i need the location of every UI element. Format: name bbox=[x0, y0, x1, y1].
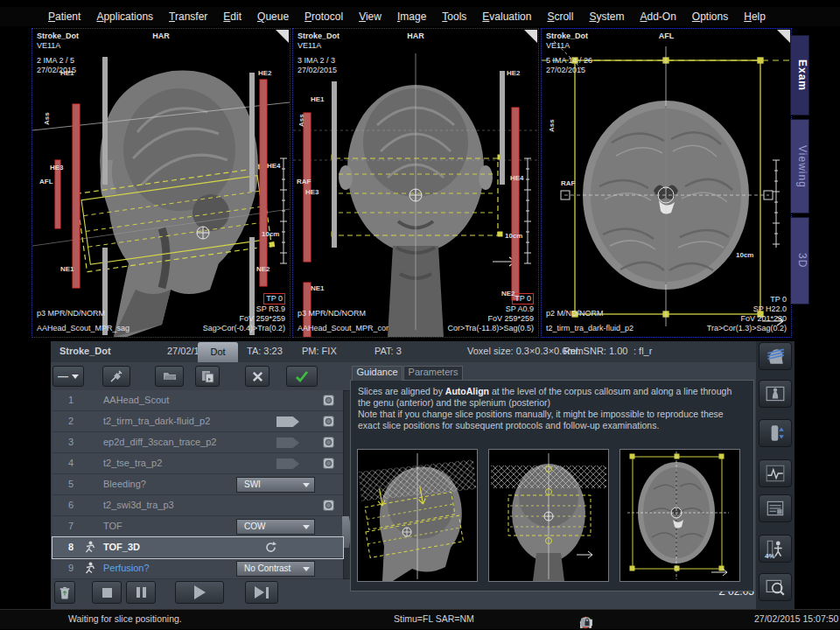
scale-label: 10cm bbox=[262, 230, 279, 238]
inline-display-button[interactable] bbox=[759, 573, 792, 601]
menu-edit[interactable]: Edit bbox=[215, 10, 249, 23]
orientation-label: HAR bbox=[32, 32, 290, 41]
cancel-button[interactable] bbox=[245, 366, 270, 387]
panel-footer-right: TP 0 SP R3.9 FoV 259*259 Sag>Cor(-0.4)>T… bbox=[203, 293, 285, 333]
copy-reference-icon[interactable] bbox=[323, 437, 334, 448]
decision-dropdown[interactable]: No Contrast bbox=[236, 561, 315, 577]
queue-row-number: 3 bbox=[68, 437, 74, 447]
queue-row-7[interactable]: 7TOFCOW bbox=[52, 516, 343, 537]
stop-icon bbox=[102, 588, 112, 598]
software-version: VE11A bbox=[37, 41, 79, 51]
copy-reference-icon[interactable] bbox=[323, 395, 334, 406]
patient-view-button[interactable] bbox=[759, 380, 792, 408]
tab-exam[interactable]: Exam bbox=[790, 35, 809, 116]
copy-reference-icon[interactable] bbox=[323, 500, 334, 511]
panel-footer-right: TP 0 SP A0.9 FoV 259*259 Cor>Tra(-11.8)>… bbox=[447, 293, 534, 333]
status-bar: Waiting for slice positioning. Stimu=FL … bbox=[0, 609, 840, 629]
queue-row-1[interactable]: 1AAHead_Scout bbox=[52, 390, 343, 411]
protocol-name: t2_swi3d_tra_p3 bbox=[103, 500, 174, 510]
menu-scroll[interactable]: Scroll bbox=[539, 10, 581, 23]
menu-help[interactable]: Help bbox=[736, 10, 774, 23]
protocol-name: t2_tirm_tra_dark-fluid_p2 bbox=[103, 416, 210, 426]
menu-image[interactable]: Image bbox=[389, 10, 434, 23]
dropdown-value: COW bbox=[244, 522, 265, 531]
copy-reference-button[interactable] bbox=[195, 366, 220, 387]
queue-mode-combo[interactable]: — bbox=[52, 366, 84, 387]
menu-queue[interactable]: Queue bbox=[249, 10, 297, 23]
open-protocol-button[interactable] bbox=[155, 366, 184, 387]
menu-patient[interactable]: Patient bbox=[40, 10, 88, 23]
menu-bar: PatientApplicationsTransferEditQueueProt… bbox=[0, 7, 840, 26]
tab-dot[interactable]: Dot bbox=[198, 342, 238, 362]
coil-hint: : fl_r bbox=[634, 346, 652, 356]
menu-add-on[interactable]: Add-On bbox=[632, 10, 683, 23]
skip-icon bbox=[255, 586, 269, 598]
copy-reference-icon[interactable] bbox=[323, 458, 334, 469]
tab-parameters[interactable]: Parameters bbox=[403, 366, 463, 381]
sar-monitor-button[interactable]: 4% bbox=[759, 535, 792, 563]
ta-value: TA: 3:23 bbox=[247, 346, 283, 356]
copy-reference-icon[interactable] bbox=[323, 416, 334, 427]
queue-row-number: 2 bbox=[68, 416, 74, 426]
protocol-name: Bleeding? bbox=[103, 479, 146, 489]
magnifier-icon bbox=[765, 577, 786, 598]
image-state: p2 M/ND/NORM bbox=[546, 309, 634, 318]
play-button[interactable] bbox=[175, 581, 224, 604]
decision-dropdown[interactable]: SWI bbox=[236, 477, 315, 493]
protocol-name: ep2d_diff_3scan_trace_p2 bbox=[103, 437, 216, 447]
software-version: VE11A bbox=[546, 41, 592, 51]
image-panel-axial[interactable]: Stroke_Dot VE11A 5 IMA 14 / 26 27/02/201… bbox=[541, 28, 792, 338]
queue-row-3[interactable]: 3ep2d_diff_3scan_trace_p2 bbox=[52, 432, 343, 453]
queue-row-8[interactable]: 8TOF_3D bbox=[52, 537, 343, 558]
queue-row-9[interactable]: 9Perfusion?No Contrast bbox=[52, 558, 343, 579]
table-position: TP 0 bbox=[707, 295, 787, 304]
image-panel-coronal[interactable]: Stroke_Dot VE11A 3 IMA 2 / 3 27/02/2015 … bbox=[292, 28, 539, 338]
delete-queue-button[interactable] bbox=[54, 581, 75, 604]
menu-options[interactable]: Options bbox=[684, 10, 736, 23]
queue-row-2[interactable]: 2t2_tirm_tra_dark-fluid_p2 bbox=[52, 411, 343, 432]
menu-view[interactable]: View bbox=[351, 10, 389, 23]
queue-row-number: 6 bbox=[68, 500, 74, 510]
orientation-label: AFL bbox=[542, 32, 791, 41]
chevron-down-icon bbox=[303, 525, 310, 529]
preparing-spinner-icon bbox=[265, 542, 276, 553]
series-name: AAHead_Scout_MPR_sag bbox=[37, 324, 130, 333]
contrast-injection-button[interactable] bbox=[102, 366, 130, 387]
queue-row-number: 4 bbox=[68, 458, 74, 468]
thumbnail-axial[interactable] bbox=[620, 449, 740, 582]
stop-button[interactable] bbox=[92, 581, 122, 604]
coil-label-he2: HE2 bbox=[507, 69, 521, 77]
thumbnail-coronal[interactable] bbox=[488, 449, 609, 582]
menu-transfer[interactable]: Transfer bbox=[161, 10, 215, 23]
queue-row-4[interactable]: 4t2_tse_tra_p2 bbox=[52, 453, 343, 474]
pm-value: PM: FIX bbox=[302, 346, 337, 356]
pause-button[interactable] bbox=[126, 581, 156, 604]
menu-applications[interactable]: Applications bbox=[88, 10, 161, 23]
decision-dropdown[interactable]: COW bbox=[236, 519, 315, 535]
tab-guidance[interactable]: Guidance bbox=[352, 366, 402, 381]
thumbnail-sagittal[interactable] bbox=[357, 449, 478, 582]
menu-system[interactable]: System bbox=[581, 10, 632, 23]
tab-3d[interactable]: 3D bbox=[790, 217, 809, 304]
coil-label-ne1: NE1 bbox=[60, 265, 74, 273]
queue-row-5[interactable]: 5Bleeding?SWI bbox=[52, 474, 343, 495]
close-icon bbox=[251, 370, 264, 383]
mri-console-screen: { "menu": {"items": ["Patient","Applicat… bbox=[0, 0, 840, 630]
skip-button[interactable] bbox=[245, 581, 278, 604]
series-name: t2_tirm_tra_dark-fluid_p2 bbox=[546, 324, 634, 333]
physio-display-button[interactable] bbox=[759, 459, 792, 487]
menu-evaluation[interactable]: Evaluation bbox=[474, 10, 539, 23]
table-position-button[interactable] bbox=[759, 419, 792, 447]
queue-row-6[interactable]: 6t2_swi3d_tra_p3 bbox=[52, 495, 343, 516]
queue-row-number: 8 bbox=[68, 542, 74, 552]
protocol-card-button[interactable] bbox=[759, 494, 792, 522]
apply-button[interactable] bbox=[286, 366, 318, 387]
slice-positioning-button[interactable] bbox=[759, 342, 792, 370]
menu-protocol[interactable]: Protocol bbox=[297, 10, 351, 23]
tab-viewing[interactable]: Viewing bbox=[790, 119, 809, 214]
menu-tools[interactable]: Tools bbox=[434, 10, 474, 23]
image-panel-sagittal[interactable]: Stroke_Dot VE11A 2 IMA 2 / 5 27/02/2015 … bbox=[32, 28, 290, 338]
chevron-down-icon bbox=[303, 567, 310, 571]
software-version: VE11A bbox=[298, 41, 340, 51]
coil-label-afl: AFL bbox=[39, 178, 53, 186]
